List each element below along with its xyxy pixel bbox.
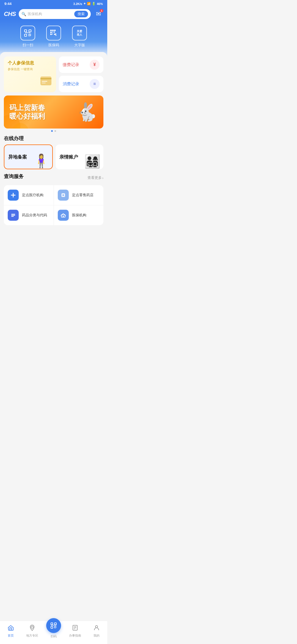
banner-dots <box>4 130 103 132</box>
query-more-button[interactable]: 查看更多 › <box>87 175 103 180</box>
hero-section: 扫一扫 医保码 <box>0 19 107 57</box>
query-item-yibao-jigou[interactable]: 医保机构 <box>54 205 104 225</box>
personal-card-title: 个人参保信息 <box>8 60 52 66</box>
service-card-qinqing[interactable]: 亲情账户 👨‍👩‍👧‍👦 <box>56 144 103 169</box>
svg-rect-1 <box>29 30 31 32</box>
yaopincode-icon <box>8 210 19 221</box>
query-item-yaopincode[interactable]: 药品分类与代码 <box>4 205 54 225</box>
svg-rect-12 <box>50 34 52 35</box>
svg-rect-10 <box>54 30 56 31</box>
status-time: 9:44 <box>4 2 12 6</box>
right-cards: 缴费记录 ¥ 消费记录 ≡ <box>59 56 103 92</box>
query-section: 查询服务 查看更多 › 定点医疗机构 <box>4 173 103 225</box>
yibao-jigou-label: 医保机构 <box>72 213 86 218</box>
query-item-dingdian-yaodian[interactable]: 定点零售药店 <box>54 185 104 205</box>
svg-rect-8 <box>50 30 52 31</box>
service-cards: 异地备案 🧍‍♀️ 亲情账户 👨‍👩‍👧‍👦 <box>4 144 103 169</box>
network-speed: 3.2K/s <box>73 2 82 6</box>
svg-rect-0 <box>24 30 27 32</box>
yibaocode-icon-box <box>46 26 61 40</box>
battery-pct: 46% <box>97 2 103 6</box>
svg-rect-2 <box>24 34 27 36</box>
yibao-jigou-icon <box>58 210 69 221</box>
svg-rect-9 <box>52 30 54 31</box>
svg-rect-17 <box>54 32 55 32</box>
banner-title-line2: 暖心好福利 <box>9 112 45 121</box>
promo-banner[interactable]: 码上贺新春 暖心好福利 🐇 <box>4 95 103 129</box>
online-section: 在线办理 异地备案 🧍‍♀️ 亲情账户 👨‍👩‍👧‍👦 <box>4 135 103 169</box>
status-right: 3.2K/s ✦ 📶 🔋 46% <box>73 2 103 6</box>
scan-icon-box <box>20 26 35 40</box>
online-section-title: 在线办理 <box>4 135 103 142</box>
svg-rect-28 <box>11 214 15 215</box>
service-card-yidi[interactable]: 异地备案 🧍‍♀️ <box>4 144 53 169</box>
consumption-label: 消费记录 <box>63 81 79 87</box>
cards-row: 个人参保信息 参保信息 一键查询 缴费记录 ¥ 消费记录 <box>4 56 103 92</box>
personal-card-icon <box>39 74 53 90</box>
banner-illustration: 🐇 <box>76 102 98 122</box>
query-row-1: 定点医疗机构 定点零售药店 <box>4 185 103 205</box>
banner-section: 码上贺新春 暖心好福利 🐇 <box>4 95 103 132</box>
app-header: CHS 🔍 医保机构 搜索 ✉ 1 <box>0 7 107 19</box>
svg-rect-21 <box>40 78 51 79</box>
status-bar: 9:44 3.2K/s ✦ 📶 🔋 46% <box>0 0 107 7</box>
search-placeholder: 医保机构 <box>28 12 73 17</box>
svg-rect-15 <box>52 34 53 34</box>
qinqing-label: 亲情账户 <box>59 154 78 160</box>
payment-label: 缴费记录 <box>63 62 79 67</box>
query-section-title: 查询服务 <box>4 173 24 180</box>
yibaocode-label: 医保码 <box>48 43 59 48</box>
banner-text: 码上贺新春 暖心好福利 <box>9 103 45 121</box>
svg-rect-18 <box>56 34 56 34</box>
chevron-right-icon: › <box>102 176 103 180</box>
svg-rect-16 <box>54 34 56 35</box>
elder-icon-box: 关爱老人 <box>72 26 87 40</box>
payment-record-card[interactable]: 缴费记录 ¥ <box>59 56 103 73</box>
banner-title-line1: 码上贺新春 <box>9 103 45 112</box>
payment-icon: ¥ <box>90 60 100 70</box>
dingdian-yaodian-icon <box>58 190 69 201</box>
dingdian-yiliao-icon <box>8 190 19 201</box>
query-grid: 定点医疗机构 定点零售药店 <box>4 185 103 225</box>
svg-rect-30 <box>11 216 14 217</box>
scan-label: 扫一扫 <box>23 43 33 48</box>
personal-card-subtitle: 参保信息 一键查询 <box>8 67 52 71</box>
query-header: 查询服务 查看更多 › <box>4 173 103 182</box>
svg-rect-29 <box>11 215 15 216</box>
svg-rect-19 <box>56 35 56 36</box>
search-button[interactable]: 搜索 <box>74 11 88 17</box>
quick-action-elder[interactable]: 关爱老人 大字版 <box>72 26 87 48</box>
query-row-2: 药品分类与代码 医保机构 <box>4 205 103 225</box>
yidi-illustration: 🧍‍♀️ <box>33 153 50 169</box>
query-more-label: 查看更多 <box>87 175 102 180</box>
battery-icon: 🔋 <box>92 2 96 6</box>
search-bar[interactable]: 🔍 医保机构 搜索 <box>19 9 91 19</box>
mail-button[interactable]: ✉ 1 <box>94 9 103 19</box>
svg-rect-22 <box>42 81 47 82</box>
signal-icon: 📶 <box>87 2 91 6</box>
dingdian-yiliao-label: 定点医疗机构 <box>22 193 43 198</box>
app-logo: CHS <box>4 10 16 18</box>
bluetooth-icon: ✦ <box>83 2 86 6</box>
dingdian-yaodian-label: 定点零售药店 <box>72 193 94 198</box>
yidi-label: 异地备案 <box>8 154 27 160</box>
quick-action-yibaocode[interactable]: 医保码 <box>46 26 61 48</box>
query-item-dingdian-yiliao[interactable]: 定点医疗机构 <box>4 185 54 205</box>
svg-rect-32 <box>63 216 64 217</box>
quick-actions: 扫一扫 医保码 <box>4 23 103 49</box>
personal-info-card[interactable]: 个人参保信息 参保信息 一键查询 <box>4 56 56 92</box>
dot-1 <box>51 130 53 132</box>
svg-rect-11 <box>50 32 52 33</box>
elder-label: 大字版 <box>74 43 85 48</box>
yaopincode-label: 药品分类与代码 <box>22 213 47 218</box>
dot-2 <box>54 130 56 132</box>
svg-rect-13 <box>52 32 53 32</box>
search-icon: 🔍 <box>21 12 26 16</box>
svg-rect-23 <box>42 83 46 83</box>
main-content: 个人参保信息 参保信息 一键查询 缴费记录 ¥ 消费记录 <box>0 52 107 251</box>
consumption-icon: ≡ <box>90 79 100 89</box>
consumption-record-card[interactable]: 消费记录 ≡ <box>59 76 103 92</box>
qinqing-illustration: 👨‍👩‍👧‍👦 <box>84 154 101 169</box>
mail-badge: 1 <box>100 9 103 12</box>
quick-action-scan[interactable]: 扫一扫 <box>20 26 35 48</box>
